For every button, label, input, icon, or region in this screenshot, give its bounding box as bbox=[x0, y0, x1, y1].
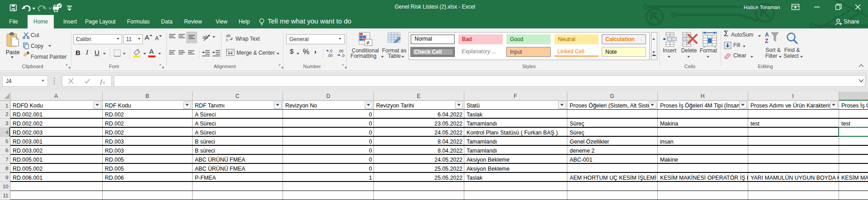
svg-text:.00: .00 bbox=[327, 53, 333, 58]
svg-text:c: c bbox=[226, 37, 228, 42]
svg-text:≠: ≠ bbox=[366, 39, 369, 46]
svg-text:A: A bbox=[765, 32, 769, 38]
svg-text:.0: .0 bbox=[341, 53, 344, 58]
svg-text:x: x bbox=[103, 80, 105, 84]
svg-text:Z: Z bbox=[765, 38, 768, 44]
svg-text:.0: .0 bbox=[329, 49, 332, 53]
svg-text:.00: .00 bbox=[338, 49, 344, 53]
